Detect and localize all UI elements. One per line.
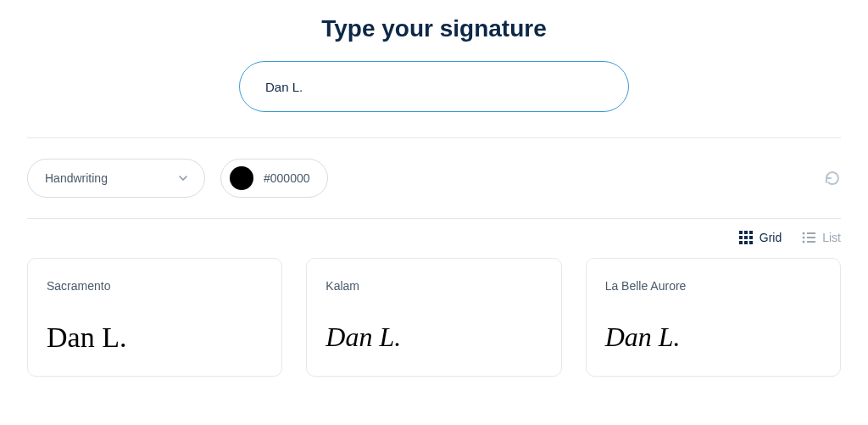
svg-point-13 bbox=[803, 241, 805, 243]
color-picker[interactable]: #000000 bbox=[220, 159, 328, 198]
reset-button[interactable] bbox=[824, 170, 841, 187]
font-name-label: Kalam bbox=[326, 279, 542, 293]
dropdown-label: Handwriting bbox=[45, 171, 108, 185]
page-title: Type your signature bbox=[0, 0, 868, 61]
svg-rect-12 bbox=[807, 237, 815, 238]
color-hex-value: #000000 bbox=[264, 171, 310, 185]
svg-rect-10 bbox=[807, 232, 815, 234]
svg-rect-5 bbox=[749, 236, 753, 239]
chevron-down-icon bbox=[179, 176, 187, 181]
svg-point-9 bbox=[803, 232, 805, 235]
grid-icon bbox=[739, 231, 753, 244]
svg-rect-7 bbox=[744, 241, 748, 244]
list-icon bbox=[802, 231, 815, 244]
view-list-button[interactable]: List bbox=[802, 231, 841, 244]
grid-label: Grid bbox=[760, 231, 782, 244]
svg-rect-2 bbox=[749, 231, 753, 234]
signature-input[interactable] bbox=[239, 61, 629, 112]
signature-preview: Dan L. bbox=[326, 323, 542, 350]
svg-rect-4 bbox=[744, 236, 748, 239]
list-label: List bbox=[822, 231, 841, 244]
signature-input-wrapper bbox=[0, 61, 868, 137]
font-cards-row: Sacramento Dan L. Kalam Dan L. La Belle … bbox=[0, 258, 868, 377]
font-name-label: Sacramento bbox=[47, 279, 263, 293]
controls-row: Handwriting #000000 bbox=[0, 138, 868, 218]
font-card-labelle[interactable]: La Belle Aurore Dan L. bbox=[586, 258, 841, 377]
svg-rect-0 bbox=[739, 231, 743, 234]
font-name-label: La Belle Aurore bbox=[605, 279, 821, 293]
svg-rect-14 bbox=[807, 241, 815, 243]
signature-preview: Dan L. bbox=[47, 323, 263, 352]
font-card-sacramento[interactable]: Sacramento Dan L. bbox=[27, 258, 282, 377]
svg-rect-6 bbox=[739, 241, 743, 244]
signature-preview: Dan L. bbox=[605, 323, 821, 350]
view-grid-button[interactable]: Grid bbox=[739, 231, 782, 244]
svg-rect-3 bbox=[739, 236, 743, 239]
color-swatch bbox=[230, 166, 253, 190]
reset-icon bbox=[824, 170, 841, 187]
svg-rect-8 bbox=[749, 241, 753, 244]
svg-point-11 bbox=[803, 237, 805, 239]
font-category-dropdown[interactable]: Handwriting bbox=[27, 159, 205, 198]
view-toggle: Grid List bbox=[0, 219, 868, 258]
font-card-kalam[interactable]: Kalam Dan L. bbox=[306, 258, 561, 377]
svg-rect-1 bbox=[744, 231, 748, 234]
